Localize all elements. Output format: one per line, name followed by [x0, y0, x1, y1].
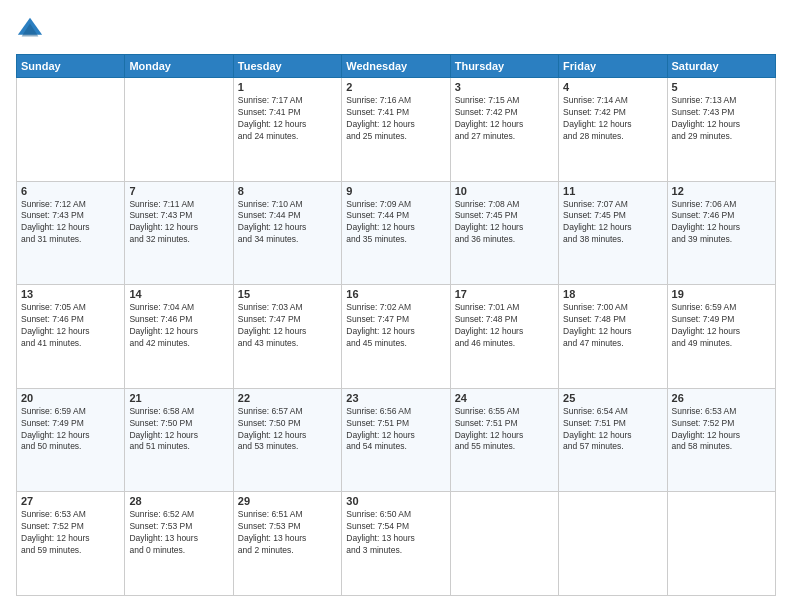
- calendar-cell: 29Sunrise: 6:51 AM Sunset: 7:53 PM Dayli…: [233, 492, 341, 596]
- calendar-cell: 2Sunrise: 7:16 AM Sunset: 7:41 PM Daylig…: [342, 78, 450, 182]
- calendar-week-row: 6Sunrise: 7:12 AM Sunset: 7:43 PM Daylig…: [17, 181, 776, 285]
- weekday-header: Thursday: [450, 55, 558, 78]
- day-info: Sunrise: 7:13 AM Sunset: 7:43 PM Dayligh…: [672, 95, 771, 143]
- day-number: 19: [672, 288, 771, 300]
- calendar-cell: 11Sunrise: 7:07 AM Sunset: 7:45 PM Dayli…: [559, 181, 667, 285]
- header: [16, 16, 776, 44]
- day-number: 21: [129, 392, 228, 404]
- day-info: Sunrise: 7:16 AM Sunset: 7:41 PM Dayligh…: [346, 95, 445, 143]
- calendar-cell: 6Sunrise: 7:12 AM Sunset: 7:43 PM Daylig…: [17, 181, 125, 285]
- day-info: Sunrise: 7:01 AM Sunset: 7:48 PM Dayligh…: [455, 302, 554, 350]
- day-number: 23: [346, 392, 445, 404]
- logo-icon: [16, 16, 44, 44]
- day-number: 16: [346, 288, 445, 300]
- day-number: 26: [672, 392, 771, 404]
- day-info: Sunrise: 6:53 AM Sunset: 7:52 PM Dayligh…: [672, 406, 771, 454]
- calendar-cell: 3Sunrise: 7:15 AM Sunset: 7:42 PM Daylig…: [450, 78, 558, 182]
- calendar-cell: 22Sunrise: 6:57 AM Sunset: 7:50 PM Dayli…: [233, 388, 341, 492]
- calendar-cell: 18Sunrise: 7:00 AM Sunset: 7:48 PM Dayli…: [559, 285, 667, 389]
- day-number: 18: [563, 288, 662, 300]
- day-info: Sunrise: 7:09 AM Sunset: 7:44 PM Dayligh…: [346, 199, 445, 247]
- day-number: 10: [455, 185, 554, 197]
- day-info: Sunrise: 7:07 AM Sunset: 7:45 PM Dayligh…: [563, 199, 662, 247]
- day-number: 24: [455, 392, 554, 404]
- day-info: Sunrise: 7:06 AM Sunset: 7:46 PM Dayligh…: [672, 199, 771, 247]
- day-info: Sunrise: 6:55 AM Sunset: 7:51 PM Dayligh…: [455, 406, 554, 454]
- calendar-cell: 7Sunrise: 7:11 AM Sunset: 7:43 PM Daylig…: [125, 181, 233, 285]
- day-number: 25: [563, 392, 662, 404]
- day-info: Sunrise: 7:02 AM Sunset: 7:47 PM Dayligh…: [346, 302, 445, 350]
- day-info: Sunrise: 6:57 AM Sunset: 7:50 PM Dayligh…: [238, 406, 337, 454]
- calendar-cell: 26Sunrise: 6:53 AM Sunset: 7:52 PM Dayli…: [667, 388, 775, 492]
- day-number: 11: [563, 185, 662, 197]
- weekday-header: Tuesday: [233, 55, 341, 78]
- day-info: Sunrise: 7:11 AM Sunset: 7:43 PM Dayligh…: [129, 199, 228, 247]
- calendar-cell: [450, 492, 558, 596]
- calendar-cell: 23Sunrise: 6:56 AM Sunset: 7:51 PM Dayli…: [342, 388, 450, 492]
- calendar-cell: 5Sunrise: 7:13 AM Sunset: 7:43 PM Daylig…: [667, 78, 775, 182]
- calendar-cell: 25Sunrise: 6:54 AM Sunset: 7:51 PM Dayli…: [559, 388, 667, 492]
- calendar-cell: 15Sunrise: 7:03 AM Sunset: 7:47 PM Dayli…: [233, 285, 341, 389]
- calendar-cell: 27Sunrise: 6:53 AM Sunset: 7:52 PM Dayli…: [17, 492, 125, 596]
- weekday-row: SundayMondayTuesdayWednesdayThursdayFrid…: [17, 55, 776, 78]
- calendar-cell: [667, 492, 775, 596]
- calendar-cell: 10Sunrise: 7:08 AM Sunset: 7:45 PM Dayli…: [450, 181, 558, 285]
- calendar-cell: 12Sunrise: 7:06 AM Sunset: 7:46 PM Dayli…: [667, 181, 775, 285]
- day-info: Sunrise: 6:50 AM Sunset: 7:54 PM Dayligh…: [346, 509, 445, 557]
- calendar-cell: [559, 492, 667, 596]
- day-info: Sunrise: 7:17 AM Sunset: 7:41 PM Dayligh…: [238, 95, 337, 143]
- day-info: Sunrise: 7:04 AM Sunset: 7:46 PM Dayligh…: [129, 302, 228, 350]
- day-info: Sunrise: 7:14 AM Sunset: 7:42 PM Dayligh…: [563, 95, 662, 143]
- calendar-week-row: 27Sunrise: 6:53 AM Sunset: 7:52 PM Dayli…: [17, 492, 776, 596]
- calendar-table: SundayMondayTuesdayWednesdayThursdayFrid…: [16, 54, 776, 596]
- calendar-cell: 21Sunrise: 6:58 AM Sunset: 7:50 PM Dayli…: [125, 388, 233, 492]
- day-number: 20: [21, 392, 120, 404]
- calendar-cell: 24Sunrise: 6:55 AM Sunset: 7:51 PM Dayli…: [450, 388, 558, 492]
- calendar-cell: 1Sunrise: 7:17 AM Sunset: 7:41 PM Daylig…: [233, 78, 341, 182]
- calendar-cell: 20Sunrise: 6:59 AM Sunset: 7:49 PM Dayli…: [17, 388, 125, 492]
- day-info: Sunrise: 7:05 AM Sunset: 7:46 PM Dayligh…: [21, 302, 120, 350]
- calendar-cell: 30Sunrise: 6:50 AM Sunset: 7:54 PM Dayli…: [342, 492, 450, 596]
- day-number: 9: [346, 185, 445, 197]
- calendar-body: 1Sunrise: 7:17 AM Sunset: 7:41 PM Daylig…: [17, 78, 776, 596]
- day-number: 4: [563, 81, 662, 93]
- day-info: Sunrise: 6:53 AM Sunset: 7:52 PM Dayligh…: [21, 509, 120, 557]
- day-info: Sunrise: 7:15 AM Sunset: 7:42 PM Dayligh…: [455, 95, 554, 143]
- day-number: 6: [21, 185, 120, 197]
- calendar-cell: [17, 78, 125, 182]
- calendar-cell: 14Sunrise: 7:04 AM Sunset: 7:46 PM Dayli…: [125, 285, 233, 389]
- weekday-header: Friday: [559, 55, 667, 78]
- day-info: Sunrise: 7:12 AM Sunset: 7:43 PM Dayligh…: [21, 199, 120, 247]
- day-info: Sunrise: 6:54 AM Sunset: 7:51 PM Dayligh…: [563, 406, 662, 454]
- day-number: 5: [672, 81, 771, 93]
- day-number: 13: [21, 288, 120, 300]
- day-info: Sunrise: 6:59 AM Sunset: 7:49 PM Dayligh…: [21, 406, 120, 454]
- calendar-cell: 17Sunrise: 7:01 AM Sunset: 7:48 PM Dayli…: [450, 285, 558, 389]
- calendar-cell: 19Sunrise: 6:59 AM Sunset: 7:49 PM Dayli…: [667, 285, 775, 389]
- day-info: Sunrise: 6:59 AM Sunset: 7:49 PM Dayligh…: [672, 302, 771, 350]
- calendar-cell: 8Sunrise: 7:10 AM Sunset: 7:44 PM Daylig…: [233, 181, 341, 285]
- day-number: 7: [129, 185, 228, 197]
- day-number: 14: [129, 288, 228, 300]
- day-number: 30: [346, 495, 445, 507]
- calendar-cell: 13Sunrise: 7:05 AM Sunset: 7:46 PM Dayli…: [17, 285, 125, 389]
- day-number: 27: [21, 495, 120, 507]
- logo: [16, 16, 48, 44]
- calendar-header: SundayMondayTuesdayWednesdayThursdayFrid…: [17, 55, 776, 78]
- calendar-cell: 4Sunrise: 7:14 AM Sunset: 7:42 PM Daylig…: [559, 78, 667, 182]
- day-number: 2: [346, 81, 445, 93]
- day-number: 28: [129, 495, 228, 507]
- calendar-cell: 16Sunrise: 7:02 AM Sunset: 7:47 PM Dayli…: [342, 285, 450, 389]
- calendar-week-row: 1Sunrise: 7:17 AM Sunset: 7:41 PM Daylig…: [17, 78, 776, 182]
- day-number: 1: [238, 81, 337, 93]
- weekday-header: Wednesday: [342, 55, 450, 78]
- day-info: Sunrise: 7:03 AM Sunset: 7:47 PM Dayligh…: [238, 302, 337, 350]
- day-info: Sunrise: 6:51 AM Sunset: 7:53 PM Dayligh…: [238, 509, 337, 557]
- weekday-header: Monday: [125, 55, 233, 78]
- day-number: 17: [455, 288, 554, 300]
- calendar-cell: [125, 78, 233, 182]
- calendar-week-row: 20Sunrise: 6:59 AM Sunset: 7:49 PM Dayli…: [17, 388, 776, 492]
- day-number: 3: [455, 81, 554, 93]
- day-number: 29: [238, 495, 337, 507]
- day-number: 22: [238, 392, 337, 404]
